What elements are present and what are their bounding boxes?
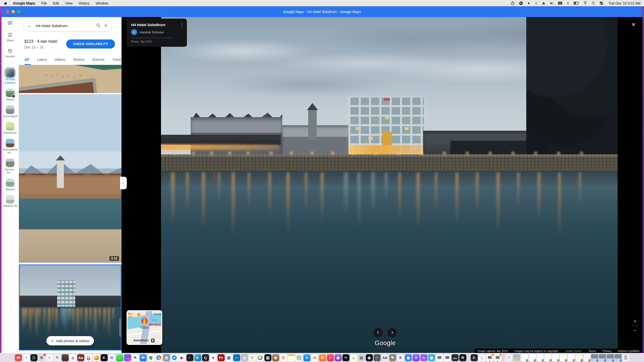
dock-dash-icon[interactable]: ▦ [225, 354, 232, 361]
menu-clock[interactable]: Tue Dec 10 9:22 AM [609, 1, 640, 5]
eject-icon[interactable] [542, 2, 545, 5]
tab-all[interactable]: All [24, 54, 29, 65]
dock-xquartz-icon[interactable]: X [397, 354, 404, 361]
dock-chrome-doc-6-icon[interactable] [560, 354, 567, 361]
hotel-dates[interactable]: Dec 15 – 16 [24, 45, 44, 49]
dock-window-shot-4-icon[interactable] [615, 354, 622, 361]
recent-place-rennes[interactable]: Rennes [2, 178, 18, 191]
dock-printer-a-icon[interactable] [486, 354, 493, 361]
dock-edge-icon[interactable]: e [194, 354, 201, 361]
battery-icon[interactable] [574, 2, 579, 5]
more-options-icon[interactable]: ⋮ [180, 22, 184, 27]
dock-help-icon[interactable]: ? [505, 354, 512, 361]
dock-handbrake-icon[interactable]: Y [249, 354, 256, 361]
dock-quicktime-icon[interactable]: Q [202, 354, 209, 361]
dock-apple-tv-icon[interactable]: tv [342, 354, 349, 361]
recent-place-h4-hotel-solothurn[interactable]: H4 Hotel Solothurn [2, 69, 18, 84]
dock-audio-levels-icon[interactable]: ☰ [30, 354, 37, 361]
recent-place-virginia[interactable]: 2Virginia [2, 88, 18, 101]
mini-map[interactable]: Bar nge Ritterq Aare H4 Hotel Solothurn [127, 310, 162, 345]
apple-icon[interactable] [4, 1, 7, 5]
collapse-panel-handle[interactable]: ‹ [120, 177, 127, 189]
dock-installer-icon[interactable]: ✎ [54, 354, 61, 361]
dock-photos-icon[interactable] [257, 354, 264, 361]
clear-search-icon[interactable]: × [104, 23, 107, 28]
recent-place-14408-ny-90[interactable]: 14408 NY-90 [2, 195, 18, 208]
sidebar-item-recents[interactable]: Recents [6, 49, 15, 58]
next-photo-button[interactable]: › [388, 328, 397, 337]
dock-reminders-icon[interactable]: ☰ [280, 354, 287, 361]
recent-place-northumberland-[interactable]: Northumberland… [2, 139, 18, 155]
menu-item-file[interactable]: File [41, 1, 47, 5]
dock-openoffice-icon[interactable]: ~ [233, 354, 240, 361]
back-arrow-icon[interactable]: ← [27, 23, 32, 28]
recent-place-zurich-airport[interactable]: Zurich Airport [2, 105, 18, 118]
attribution-3[interactable]: Terms [588, 349, 596, 352]
attribution-4[interactable]: Privacy [602, 349, 612, 352]
dock-bibdesk-icon[interactable]: B [108, 354, 115, 361]
tab-latest[interactable]: Latest [37, 54, 47, 65]
panel-scrollbar[interactable] [119, 319, 121, 337]
dock-contacts-icon[interactable]: ◉ [272, 354, 279, 361]
dock-speedtest-icon[interactable]: ◔ [23, 354, 30, 361]
dock-google-maps-icon[interactable] [147, 354, 154, 361]
recent-place-bormes-les-[interactable]: Bormes-les-… [2, 159, 18, 174]
dock-window-shot-2-icon[interactable] [599, 354, 606, 361]
dock-mail-icon[interactable]: ✉ [140, 354, 147, 361]
dock-chrome-doc-1-icon[interactable] [521, 354, 528, 361]
zoom-window-button[interactable] [17, 10, 20, 13]
dock-window-shot-3-icon[interactable] [607, 354, 614, 361]
dock-dictionary-icon[interactable]: Aa [77, 354, 84, 361]
dock-printer-utility-icon[interactable] [436, 354, 443, 361]
dock-home-icon[interactable]: ⌂ [478, 354, 486, 361]
dock-medical-icon[interactable]: + [46, 354, 53, 361]
video-thumbnail-panorama[interactable]: 0:12 [19, 94, 122, 263]
cocktail-poi-icon[interactable] [136, 312, 141, 317]
search-icon[interactable] [96, 23, 101, 29]
dock-safari-icon[interactable] [171, 354, 178, 361]
dock-kindle-icon[interactable]: K [101, 354, 108, 361]
dock-sheet-1-icon[interactable] [576, 354, 583, 361]
dock-dvd-player-icon[interactable]: ◎ [241, 354, 248, 361]
tab-exterior[interactable]: Exterior [93, 54, 105, 65]
hamburger-menu-icon[interactable] [8, 21, 13, 26]
dock-midi-usb-icon[interactable]: ψ [69, 354, 76, 361]
menu-item-edit[interactable]: Edit [53, 1, 59, 5]
dock-terminal-icon[interactable]: >_ [186, 354, 193, 361]
add-photos-button[interactable]: + Add photos & videos [46, 336, 94, 345]
dock-imovie-icon[interactable]: ★ [210, 354, 217, 361]
search-box[interactable]: ← × [23, 20, 112, 31]
recent-place-oxfordshire[interactable]: Oxfordshire [2, 122, 18, 135]
audio-icon[interactable] [519, 1, 523, 5]
search-input[interactable] [36, 24, 92, 28]
dock-archive-utility-icon[interactable]: ▣ [358, 354, 365, 361]
beam-icon[interactable] [583, 1, 587, 5]
menu-app-name[interactable]: Google Maps [13, 1, 35, 5]
dock-zoom-icon[interactable]: ◉ [405, 354, 412, 361]
dock-vinyl-icon[interactable]: ◉ [366, 354, 373, 361]
close-photo-icon[interactable]: × [632, 21, 635, 28]
dock-midi-keys-icon[interactable]: ▥ [264, 354, 271, 361]
photo-thumbnail-rooftop[interactable] [19, 65, 122, 93]
dock-keychain-icon[interactable]: K [471, 354, 478, 361]
close-window-button[interactable] [6, 10, 9, 13]
bluetooth-icon[interactable] [567, 1, 569, 5]
dock-youtube-icon[interactable]: ▶ [179, 354, 186, 361]
attribution-5[interactable]: Report a problem [618, 349, 639, 352]
timer-icon[interactable] [511, 1, 515, 5]
dock-messenger-icon[interactable]: … [124, 354, 131, 361]
photo-author[interactable]: Hendrik Schreier [140, 30, 164, 34]
dock-drafts-icon[interactable]: ✎ [132, 354, 139, 361]
menu-item-history[interactable]: History [79, 1, 90, 5]
dock-voice-memos-icon[interactable]: ∿ [420, 354, 427, 361]
minimize-window-button[interactable] [12, 10, 15, 13]
menu-item-view[interactable]: View [65, 1, 73, 5]
author-avatar[interactable]: H [131, 29, 137, 35]
volume-icon[interactable] [550, 2, 554, 5]
dock-filezilla-icon[interactable]: Fz [218, 354, 225, 361]
dock-printer-b-icon[interactable] [494, 354, 501, 361]
dock-music-icon[interactable]: ♫ [327, 354, 334, 361]
dock-app-store-icon[interactable]: A [303, 354, 310, 361]
dock-apple-maps-icon[interactable] [296, 354, 303, 361]
window-title-bar[interactable]: Google Maps - H4 Hotel Solothurn - Googl… [2, 6, 642, 17]
